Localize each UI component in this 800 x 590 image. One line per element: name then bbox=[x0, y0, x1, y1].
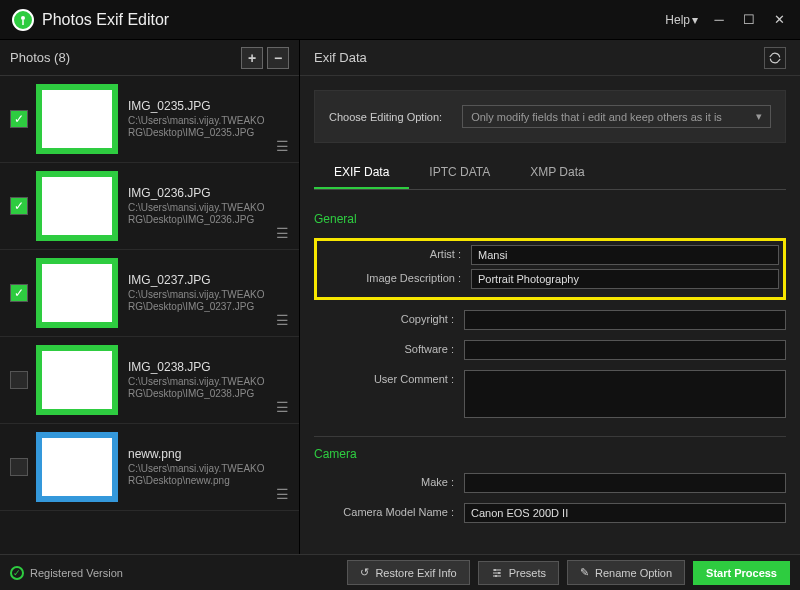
label-camera-model: Camera Model Name : bbox=[314, 503, 464, 518]
app-logo-icon bbox=[12, 9, 34, 31]
exif-panel-title: Exif Data bbox=[314, 50, 367, 65]
input-image-description[interactable] bbox=[471, 269, 779, 289]
exif-tabs: EXIF Data IPTC DATA XMP Data bbox=[314, 157, 786, 190]
tab-xmp[interactable]: XMP Data bbox=[510, 157, 604, 189]
rename-label: Rename Option bbox=[595, 567, 672, 579]
photo-row[interactable]: neww.pngC:\Users\mansi.vijay.TWEAKORG\De… bbox=[0, 424, 299, 511]
row-user-comment: User Comment : bbox=[314, 370, 786, 418]
input-copyright[interactable] bbox=[464, 310, 786, 330]
label-copyright: Copyright : bbox=[314, 310, 464, 325]
add-photo-button[interactable]: + bbox=[241, 47, 263, 69]
photo-file-info: IMG_0237.JPGC:\Users\mansi.vijay.TWEAKOR… bbox=[128, 273, 270, 313]
refresh-icon bbox=[768, 51, 782, 65]
editing-option-select[interactable]: Only modify fields that i edit and keep … bbox=[462, 105, 771, 128]
bottom-bar: ✓ Registered Version ↺ Restore Exif Info… bbox=[0, 554, 800, 590]
photo-filename: IMG_0235.JPG bbox=[128, 99, 270, 113]
exif-header: Exif Data bbox=[300, 40, 800, 76]
label-software: Software : bbox=[314, 340, 464, 355]
help-label: Help bbox=[665, 13, 690, 27]
left-panel: Photos (8) + − ✓IMG_0235.JPGC:\Users\man… bbox=[0, 40, 300, 554]
photo-filepath: C:\Users\mansi.vijay.TWEAKORG\Desktop\IM… bbox=[128, 376, 270, 400]
photo-row-menu-icon[interactable]: ☰ bbox=[276, 138, 289, 154]
photo-row[interactable]: ✓IMG_0237.JPGC:\Users\mansi.vijay.TWEAKO… bbox=[0, 250, 299, 337]
presets-button[interactable]: Presets bbox=[478, 561, 559, 585]
photo-thumbnail bbox=[36, 432, 118, 502]
photo-list: ✓IMG_0235.JPGC:\Users\mansi.vijay.TWEAKO… bbox=[0, 76, 299, 554]
photo-thumbnail bbox=[36, 258, 118, 328]
row-copyright: Copyright : bbox=[314, 310, 786, 330]
photo-row-menu-icon[interactable]: ☰ bbox=[276, 399, 289, 415]
photo-thumbnail bbox=[36, 345, 118, 415]
rename-option-button[interactable]: ✎ Rename Option bbox=[567, 560, 685, 585]
photo-checkbox[interactable]: ✓ bbox=[10, 197, 28, 215]
editing-option-label: Choose Editing Option: bbox=[329, 111, 442, 123]
row-software: Software : bbox=[314, 340, 786, 360]
remove-photo-button[interactable]: − bbox=[267, 47, 289, 69]
photos-header: Photos (8) + − bbox=[0, 40, 299, 76]
photo-filepath: C:\Users\mansi.vijay.TWEAKORG\Desktop\IM… bbox=[128, 289, 270, 313]
start-process-button[interactable]: Start Process bbox=[693, 561, 790, 585]
photo-checkbox[interactable] bbox=[10, 371, 28, 389]
svg-point-2 bbox=[498, 572, 500, 574]
photo-row-menu-icon[interactable]: ☰ bbox=[276, 486, 289, 502]
row-camera-model: Camera Model Name : bbox=[314, 503, 786, 523]
refresh-button[interactable] bbox=[764, 47, 786, 69]
photos-count: Photos (8) bbox=[10, 50, 237, 65]
input-software[interactable] bbox=[464, 340, 786, 360]
svg-point-0 bbox=[21, 16, 25, 20]
photo-file-info: IMG_0236.JPGC:\Users\mansi.vijay.TWEAKOR… bbox=[128, 186, 270, 226]
label-user-comment: User Comment : bbox=[314, 370, 464, 385]
label-image-description: Image Description : bbox=[321, 269, 471, 284]
row-image-description: Image Description : bbox=[321, 269, 779, 289]
title-bar: Photos Exif Editor Help ▾ ─ ☐ ✕ bbox=[0, 0, 800, 40]
chevron-down-icon: ▾ bbox=[756, 110, 762, 123]
photo-filename: IMG_0237.JPG bbox=[128, 273, 270, 287]
input-user-comment[interactable] bbox=[464, 370, 786, 418]
close-button[interactable]: ✕ bbox=[764, 5, 794, 35]
section-divider bbox=[314, 436, 786, 437]
photo-row[interactable]: ✓IMG_0236.JPGC:\Users\mansi.vijay.TWEAKO… bbox=[0, 163, 299, 250]
row-artist: Artist : bbox=[321, 245, 779, 265]
presets-label: Presets bbox=[509, 567, 546, 579]
photo-row[interactable]: IMG_0238.JPGC:\Users\mansi.vijay.TWEAKOR… bbox=[0, 337, 299, 424]
pencil-icon: ✎ bbox=[580, 566, 589, 579]
photo-file-info: IMG_0235.JPGC:\Users\mansi.vijay.TWEAKOR… bbox=[128, 99, 270, 139]
photo-checkbox[interactable]: ✓ bbox=[10, 110, 28, 128]
photo-checkbox[interactable] bbox=[10, 458, 28, 476]
app-title: Photos Exif Editor bbox=[42, 11, 665, 29]
photo-filename: IMG_0236.JPG bbox=[128, 186, 270, 200]
label-artist: Artist : bbox=[321, 245, 471, 260]
photo-filepath: C:\Users\mansi.vijay.TWEAKORG\Desktop\IM… bbox=[128, 115, 270, 139]
sliders-icon bbox=[491, 567, 503, 579]
help-menu[interactable]: Help ▾ bbox=[665, 13, 698, 27]
editing-option-row: Choose Editing Option: Only modify field… bbox=[314, 90, 786, 143]
section-general-title: General bbox=[314, 212, 786, 226]
input-make[interactable] bbox=[464, 473, 786, 493]
minimize-button[interactable]: ─ bbox=[704, 5, 734, 35]
input-artist[interactable] bbox=[471, 245, 779, 265]
photo-file-info: IMG_0238.JPGC:\Users\mansi.vijay.TWEAKOR… bbox=[128, 360, 270, 400]
photo-filename: IMG_0238.JPG bbox=[128, 360, 270, 374]
svg-point-1 bbox=[494, 569, 496, 571]
photo-thumbnail bbox=[36, 171, 118, 241]
restore-exif-button[interactable]: ↺ Restore Exif Info bbox=[347, 560, 469, 585]
registration-status: ✓ Registered Version bbox=[10, 566, 123, 580]
start-label: Start Process bbox=[706, 567, 777, 579]
maximize-button[interactable]: ☐ bbox=[734, 5, 764, 35]
right-panel: Exif Data Choose Editing Option: Only mo… bbox=[300, 40, 800, 554]
tab-iptc[interactable]: IPTC DATA bbox=[409, 157, 510, 189]
check-circle-icon: ✓ bbox=[10, 566, 24, 580]
registration-label: Registered Version bbox=[30, 567, 123, 579]
photo-row-menu-icon[interactable]: ☰ bbox=[276, 225, 289, 241]
photo-filepath: C:\Users\mansi.vijay.TWEAKORG\Desktop\ne… bbox=[128, 463, 270, 487]
photo-filename: neww.png bbox=[128, 447, 270, 461]
input-camera-model[interactable] bbox=[464, 503, 786, 523]
photo-checkbox[interactable]: ✓ bbox=[10, 284, 28, 302]
undo-icon: ↺ bbox=[360, 566, 369, 579]
tab-exif[interactable]: EXIF Data bbox=[314, 157, 409, 189]
photo-thumbnail bbox=[36, 84, 118, 154]
photo-row-menu-icon[interactable]: ☰ bbox=[276, 312, 289, 328]
highlighted-fields: Artist : Image Description : bbox=[314, 238, 786, 300]
svg-point-3 bbox=[495, 575, 497, 577]
photo-row[interactable]: ✓IMG_0235.JPGC:\Users\mansi.vijay.TWEAKO… bbox=[0, 76, 299, 163]
